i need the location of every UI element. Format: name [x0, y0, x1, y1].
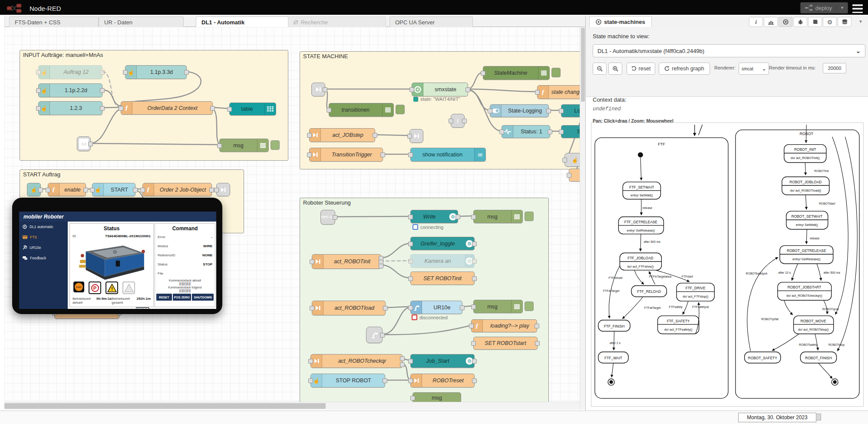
debug-node-msg-input[interactable]: msg: [219, 139, 269, 152]
link-call-node-robotreset[interactable]: ROBOTreset: [410, 374, 475, 388]
debug-node-msg-ur[interactable]: msg: [473, 300, 523, 313]
inject-node-auftrag12[interactable]: ☝ Auftrag 12: [38, 65, 102, 79]
teal-node-partial[interactable]: S: [561, 125, 580, 138]
vertical-scrollbar[interactable]: [580, 27, 585, 410]
state-machines-tab-button[interactable]: [779, 17, 792, 27]
shutdown-button[interactable]: SHUTDOWN: [192, 294, 214, 301]
inject-button-icon[interactable]: ☝: [39, 84, 50, 97]
inject-button-icon[interactable]: ☝: [92, 183, 104, 196]
inject-button-icon[interactable]: ☝: [125, 66, 137, 79]
inject-button-icon[interactable]: ☝: [39, 66, 50, 79]
debug-node-statemachine[interactable]: StateMachine: [483, 66, 550, 80]
zoom-in-button[interactable]: [608, 63, 622, 75]
ur10e-node[interactable]: UR10e: [410, 301, 462, 314]
book-tab-button[interactable]: [808, 17, 822, 27]
kamera-an-node[interactable]: Kamera an ⚙: [410, 254, 475, 268]
function-node-loading-play[interactable]: ƒ loading?--> play: [471, 319, 537, 332]
debug-node-msg-bottom[interactable]: msg: [413, 392, 461, 402]
nav-item-feedback[interactable]: Feedback: [19, 253, 68, 263]
flow-canvas[interactable]: INPUT Aufträge: manuell+MnAs START Auftr…: [4, 27, 580, 402]
link-out-node[interactable]: [216, 183, 230, 196]
output-port[interactable]: [400, 356, 405, 361]
table-node[interactable]: table: [229, 103, 276, 116]
smxstate-node[interactable]: smxstate: [412, 83, 468, 96]
reset-view-button[interactable]: reset: [627, 63, 655, 75]
debug-node-transitionen[interactable]: transitionen: [329, 103, 394, 117]
main-menu-button[interactable]: [851, 3, 864, 14]
emergency-stop-button[interactable]: EMG: [73, 282, 84, 292]
inject-node-123[interactable]: ☝ 1.2.3: [38, 101, 102, 115]
inject-node-113d[interactable]: ☝ 1.1p.3.3d: [125, 65, 187, 79]
link-call-node-act-robotinit[interactable]: act_ROBOTinit: [312, 254, 381, 269]
debug-toggle-button[interactable]: [525, 301, 534, 311]
debug-toggle-button[interactable]: [525, 212, 534, 221]
greifer-toggle-node[interactable]: Greifer_toggle ⚙: [410, 237, 475, 250]
deploy-caret-icon[interactable]: ▼: [836, 6, 848, 10]
inactive-warning-button[interactable]: [122, 282, 135, 294]
inject-button-node[interactable]: ☝: [27, 183, 41, 196]
tab-opc-ua-server[interactable]: OPC UA Server: [389, 17, 473, 27]
inject-button-icon[interactable]: ☝: [39, 102, 50, 115]
zoom-out-button[interactable]: [593, 63, 607, 75]
link-call-node-act-robotload[interactable]: act_ROBOTload: [312, 301, 386, 315]
inject-node-partial[interactable]: ☝: [564, 153, 580, 167]
link-call-node-act-robotcheckqr[interactable]: act_ROBOTcheckqr: [310, 354, 403, 368]
state-machine-select[interactable]: DL1 - Automatik/smxstate (f4ff0ca0.2449b…: [593, 44, 865, 57]
renderer-select[interactable]: smcat ⌄: [739, 63, 769, 75]
inject-node-1122d[interactable]: ☝ 1.1p.2.2d: [38, 83, 102, 97]
info-node[interactable]: i: [451, 114, 465, 128]
pos-zero-button[interactable]: POS ZERO: [173, 294, 191, 301]
link-out-node-sm[interactable]: [409, 129, 423, 143]
output-port[interactable]: [379, 264, 383, 268]
link-call-node-transitiontrigger[interactable]: TransitionTrigger: [309, 148, 383, 162]
inject-node-start[interactable]: ☝ START: [92, 183, 135, 196]
robot-arm-link-node[interactable]: [366, 327, 383, 343]
state-logging-node[interactable]: State-Logging: [490, 104, 549, 117]
tab-fts-daten-css[interactable]: FTS-Daten + CSS: [9, 17, 99, 27]
log-node-partial[interactable]: Log: [561, 104, 580, 117]
nav-item-dl1-automatic[interactable]: DL1 automatic: [19, 222, 68, 232]
file-link-node-12[interactable]: 1,2: [77, 136, 91, 151]
debug-toggle-button[interactable]: [551, 68, 561, 77]
date-widget-icon[interactable]: [816, 414, 821, 421]
status-node-status1[interactable]: Status: 1: [502, 125, 550, 138]
state-diagram-container[interactable]: FTF ROBOT FTF: [591, 123, 864, 407]
protective-stop-button[interactable]: P: [89, 282, 101, 294]
link-call-node-act-jobstep[interactable]: act_JOBstep: [309, 128, 375, 142]
output-port[interactable]: [400, 362, 405, 367]
debug-toggle-button[interactable]: [396, 105, 405, 114]
info-tab-button[interactable]: i: [749, 17, 763, 27]
function-node-partial[interactable]: [569, 169, 580, 182]
vertical-scrollbar-thumb[interactable]: [581, 28, 585, 102]
inject-button-icon[interactable]: ☝: [27, 183, 40, 196]
tab-dl1-automatik[interactable]: DL1 - Automatik: [196, 17, 294, 27]
debug-tab-button[interactable]: [793, 17, 807, 27]
refresh-graph-button[interactable]: refresh graph: [659, 63, 710, 75]
opc-ua-link-node[interactable]: OPC UA: [320, 210, 335, 225]
function-node-order2job[interactable]: ƒ Order 2 Job-Object: [142, 183, 212, 196]
chart-tab-button[interactable]: [764, 17, 778, 27]
warning-button[interactable]: !: [106, 282, 118, 294]
link-in-node-sm[interactable]: [311, 83, 325, 96]
reset-button[interactable]: RESET: [156, 294, 172, 301]
debug-toggle-button[interactable]: [271, 140, 280, 150]
nav-item-fts[interactable]: FTS: [19, 232, 68, 242]
set-robotinit-node[interactable]: SET ROBOTinit: [410, 272, 475, 285]
debug-node-msg-write[interactable]: msg: [473, 210, 523, 223]
function-node-state-changed[interactable]: ƒ state changed: [537, 85, 580, 99]
inject-button-icon[interactable]: ☝: [311, 374, 322, 387]
tab-ur-daten[interactable]: UR - Daten: [99, 17, 184, 27]
notification-node[interactable]: show notification ✉: [410, 148, 486, 162]
timeout-input[interactable]: [823, 63, 846, 73]
nav-item-ur10e[interactable]: UR10e: [19, 242, 68, 253]
settings-tab-button[interactable]: ⚙: [823, 17, 837, 27]
horizontal-scrollbar-thumb[interactable]: [4, 403, 326, 409]
set-robotstart-node[interactable]: SET ROBOTstart: [473, 337, 538, 350]
opcua-write-node[interactable]: Write ⚙: [410, 210, 458, 223]
context-data-tab-button[interactable]: [838, 17, 851, 27]
sidebar-menu-caret-icon[interactable]: ▼: [858, 19, 863, 24]
job-start-node[interactable]: Job_Start ⚙: [410, 354, 475, 368]
inject-node-stop-robot[interactable]: ☝ STOP ROBOT: [310, 374, 385, 388]
sidebar-tab-state-machines[interactable]: state-machines: [589, 16, 652, 28]
function-node-orderdata[interactable]: ƒ OrderData 2 Context: [121, 101, 213, 115]
